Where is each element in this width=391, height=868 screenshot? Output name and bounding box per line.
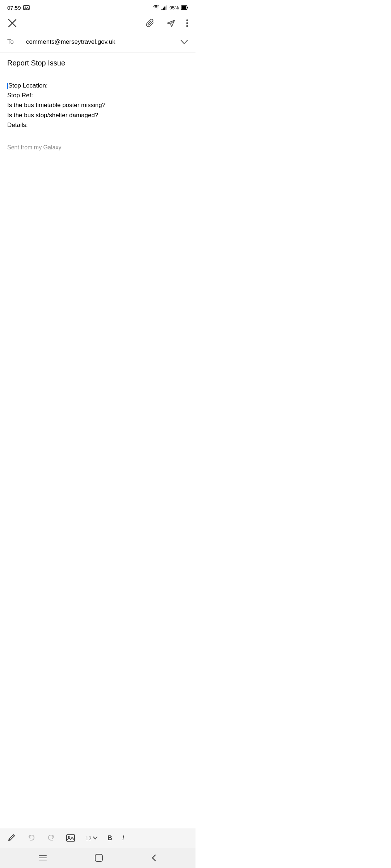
to-label: To: [7, 38, 20, 46]
body-line-2: Stop Ref:: [7, 90, 188, 100]
body-line-5: Details:: [7, 120, 188, 130]
body-line-1: Stop Location:: [7, 81, 188, 90]
email-signature: Sent from my Galaxy: [7, 144, 188, 151]
subject-text: Report Stop Issue: [7, 59, 65, 67]
more-options-button[interactable]: [186, 19, 188, 27]
svg-rect-7: [166, 5, 167, 10]
svg-rect-9: [187, 7, 188, 9]
body-line-4: Is the bus stop/shelter damaged?: [7, 110, 188, 120]
to-email-address: comments@merseytravel.gov.uk: [26, 38, 180, 46]
send-button[interactable]: [166, 18, 176, 28]
svg-point-16: [186, 25, 188, 27]
image-indicator-icon: [23, 5, 30, 10]
svg-rect-5: [163, 8, 164, 10]
svg-point-14: [186, 20, 188, 21]
svg-rect-4: [161, 9, 163, 10]
svg-rect-10: [182, 6, 186, 9]
battery-icon: [181, 5, 188, 10]
body-area[interactable]: Stop Location: Stop Ref: Is the bus time…: [0, 74, 196, 363]
status-icons: 95%: [153, 5, 188, 10]
status-bar: 07:59 95%: [0, 0, 196, 14]
to-field[interactable]: To comments@merseytravel.gov.uk: [0, 32, 196, 52]
close-button[interactable]: [7, 18, 17, 28]
status-time: 07:59: [7, 5, 30, 11]
wifi-icon: [153, 5, 159, 10]
svg-rect-6: [164, 7, 165, 10]
svg-point-15: [186, 22, 188, 24]
battery-text: 95%: [169, 5, 179, 10]
action-bar: [0, 14, 196, 32]
svg-point-3: [157, 5, 159, 7]
attach-button[interactable]: [146, 18, 156, 28]
body-line-3: Is the bus timetable poster missing?: [7, 100, 188, 110]
svg-point-1: [25, 7, 26, 8]
text-cursor: [7, 83, 8, 89]
signal-icon: [161, 5, 167, 10]
expand-recipients-icon[interactable]: [180, 39, 188, 44]
subject-field[interactable]: Report Stop Issue: [0, 52, 196, 74]
